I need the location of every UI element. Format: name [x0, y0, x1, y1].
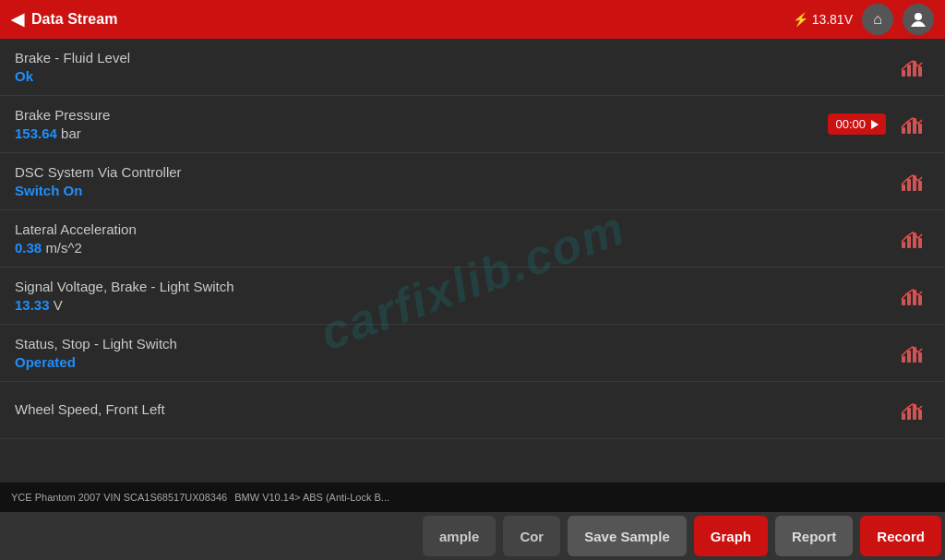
graph-icon-button-5[interactable]: [895, 336, 930, 371]
bottom-toolbar: ample Cor Save Sample Graph Report Recor…: [0, 512, 945, 560]
row-label-wheel-speed: Wheel Speed, Front Left: [15, 401, 895, 417]
svg-rect-25: [902, 413, 905, 420]
timer-value: 00:00: [835, 117, 866, 131]
row-content-dsc: DSC System Via Controller Switch On: [15, 164, 895, 198]
svg-rect-10: [907, 179, 911, 191]
svg-point-0: [915, 13, 922, 20]
row-value-dsc: Switch On: [15, 183, 895, 198]
table-row: Wheel Speed, Front Left: [0, 382, 945, 439]
svg-rect-28: [918, 410, 922, 420]
row-value-brake-pressure: 153.64 bar: [15, 125, 828, 141]
cor-button[interactable]: Cor: [503, 516, 560, 556]
status-bar: YCE Phantom 2007 VIN SCA1S68517UX08346 B…: [0, 483, 945, 512]
graph-icon-button-3[interactable]: [895, 221, 930, 256]
graph-icon-button-2[interactable]: [895, 164, 930, 199]
row-content-status-stop: Status, Stop - Light Switch Operated: [15, 336, 895, 370]
table-row: DSC System Via Controller Switch On: [0, 153, 945, 210]
chart-icon-0: [900, 57, 926, 77]
graph-icon-button-0[interactable]: [895, 50, 930, 85]
table-row: Brake - Fluid Level Ok: [0, 39, 945, 96]
svg-rect-24: [918, 352, 922, 363]
table-row: Brake Pressure 153.64 bar 00:00: [0, 96, 945, 153]
svg-rect-18: [907, 293, 911, 305]
row-label-dsc: DSC System Via Controller: [15, 164, 895, 180]
app-header: ◀ Data Stream ⚡ 13.81V ⌂: [0, 0, 945, 39]
row-right-brake-fluid: [895, 50, 930, 85]
status-text-1: YCE Phantom 2007 VIN SCA1S68517UX08346: [11, 492, 227, 503]
play-icon: [871, 120, 879, 129]
back-icon[interactable]: ◀: [11, 9, 24, 30]
svg-rect-4: [918, 66, 922, 77]
header-left: ◀ Data Stream: [11, 9, 117, 30]
svg-rect-8: [918, 124, 922, 134]
graph-button[interactable]: Graph: [694, 516, 768, 556]
row-right-brake-pressure: 00:00: [828, 107, 930, 142]
record-button[interactable]: Record: [860, 516, 941, 556]
svg-rect-1: [902, 70, 905, 77]
chart-icon-4: [900, 286, 926, 306]
row-label-brake-pressure: Brake Pressure: [15, 107, 828, 123]
svg-rect-6: [907, 122, 911, 134]
svg-rect-16: [918, 238, 922, 248]
sample-button[interactable]: ample: [423, 516, 496, 556]
chart-icon-5: [900, 343, 926, 363]
bolt-icon: ⚡: [793, 12, 808, 27]
table-row: Status, Stop - Light Switch Operated: [0, 325, 945, 382]
row-content-wheel-speed: Wheel Speed, Front Left: [15, 401, 895, 420]
chart-icon-2: [900, 172, 926, 192]
svg-rect-17: [902, 299, 905, 305]
row-value-brake-fluid: Ok: [15, 68, 895, 84]
row-value-lateral: 0.38 m/s^2: [15, 240, 895, 256]
row-right-status-stop: [895, 336, 930, 371]
timer-badge[interactable]: 00:00: [828, 113, 886, 135]
battery-info: ⚡ 13.81V: [793, 12, 853, 27]
chart-icon-1: [900, 114, 926, 135]
row-label-signal-voltage: Signal Voltage, Brake - Light Switch: [15, 279, 895, 294]
report-button[interactable]: Report: [775, 516, 853, 556]
data-stream-content: Brake - Fluid Level Ok Brake Pressure 15…: [0, 39, 945, 483]
chart-icon-3: [900, 229, 926, 249]
graph-icon-button-1[interactable]: [895, 107, 930, 142]
table-row: Lateral Acceleration 0.38 m/s^2: [0, 210, 945, 268]
battery-voltage: 13.81V: [812, 12, 853, 27]
row-label-lateral: Lateral Acceleration: [15, 221, 895, 237]
profile-button[interactable]: [903, 4, 934, 35]
graph-icon-button-4[interactable]: [895, 279, 930, 314]
row-value-signal-voltage: 13.33 V: [15, 297, 895, 313]
svg-rect-21: [902, 356, 905, 363]
row-right-signal-voltage: [895, 279, 930, 314]
svg-rect-13: [902, 242, 905, 248]
status-text-2: BMW V10.14> ABS (Anti-Lock B...: [234, 492, 389, 503]
svg-rect-26: [907, 408, 911, 420]
row-label-status-stop: Status, Stop - Light Switch: [15, 336, 895, 351]
profile-icon: [910, 11, 927, 28]
graph-icon-button-6[interactable]: [895, 393, 930, 428]
svg-rect-2: [907, 65, 911, 77]
row-right-dsc: [895, 164, 930, 199]
row-content-brake-fluid: Brake - Fluid Level Ok: [15, 50, 895, 84]
page-title: Data Stream: [31, 11, 117, 28]
home-button[interactable]: ⌂: [862, 4, 893, 35]
header-right: ⚡ 13.81V ⌂: [793, 4, 934, 35]
row-content-lateral: Lateral Acceleration 0.38 m/s^2: [15, 221, 895, 256]
row-content-brake-pressure: Brake Pressure 153.64 bar: [15, 107, 828, 141]
row-right-lateral: [895, 221, 930, 256]
svg-rect-5: [902, 127, 905, 134]
svg-rect-14: [907, 236, 911, 248]
row-value-status-stop: Operated: [15, 354, 895, 370]
svg-rect-22: [907, 351, 911, 363]
svg-rect-20: [918, 295, 922, 305]
save-sample-button[interactable]: Save Sample: [568, 516, 687, 556]
table-row: Signal Voltage, Brake - Light Switch 13.…: [0, 268, 945, 325]
row-right-wheel-speed: [895, 393, 930, 428]
svg-rect-12: [918, 181, 922, 191]
row-content-signal-voltage: Signal Voltage, Brake - Light Switch 13.…: [15, 279, 895, 313]
chart-icon-6: [900, 400, 926, 421]
row-label-brake-fluid: Brake - Fluid Level: [15, 50, 895, 66]
svg-rect-9: [902, 185, 905, 191]
